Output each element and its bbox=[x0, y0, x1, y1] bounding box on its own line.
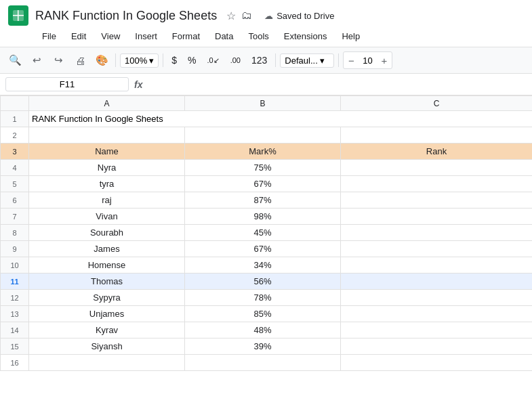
data-row: 9James67% bbox=[1, 241, 533, 257]
toolbar: 🔍 ↩ ↪ 🖨 🎨 100% ▾ $ % .0↙ .00 123 Defaul.… bbox=[0, 47, 532, 74]
dec-less-button[interactable]: .0↙ bbox=[203, 55, 224, 66]
mark-cell[interactable]: 75% bbox=[185, 160, 341, 176]
menu-file[interactable]: File bbox=[35, 28, 63, 44]
name-cell[interactable]: Kyrav bbox=[29, 322, 185, 338]
header-cell-2[interactable]: Rank bbox=[341, 144, 533, 160]
cell-reference[interactable] bbox=[5, 77, 129, 91]
empty-cell-1[interactable] bbox=[185, 127, 341, 144]
formula-input[interactable] bbox=[148, 78, 527, 91]
mark-cell[interactable]: 34% bbox=[185, 257, 341, 274]
zoom-value: 100% bbox=[125, 56, 147, 66]
name-cell[interactable]: Vivan bbox=[29, 209, 185, 225]
mark-cell[interactable]: 56% bbox=[185, 274, 341, 290]
undo-button[interactable]: ↩ bbox=[27, 51, 46, 70]
title-row: 1RANK Function In Google Sheets bbox=[1, 111, 533, 127]
name-cell[interactable]: tyra bbox=[29, 176, 185, 192]
rank-cell[interactable] bbox=[341, 160, 533, 176]
font-selector[interactable]: Defaul... ▾ bbox=[280, 53, 334, 68]
rank-cell[interactable] bbox=[341, 274, 533, 290]
name-cell[interactable]: James bbox=[29, 241, 185, 257]
header-cell-0[interactable]: Name bbox=[29, 144, 185, 160]
font-size-decrease[interactable]: − bbox=[344, 52, 359, 68]
title-bar: RANK Function In Google Sheets ☆ 🗂 ☁ Sav… bbox=[0, 0, 532, 27]
redo-button[interactable]: ↪ bbox=[49, 51, 68, 70]
col-header-c[interactable]: C bbox=[341, 96, 533, 111]
percent-button[interactable]: % bbox=[184, 53, 200, 67]
font-name: Defaul... bbox=[285, 56, 317, 66]
name-cell[interactable]: Siyansh bbox=[29, 338, 185, 355]
row-number: 5 bbox=[1, 176, 29, 192]
menu-data[interactable]: Data bbox=[208, 28, 240, 44]
empty-cell-2[interactable] bbox=[341, 127, 533, 144]
empty-cell-0[interactable] bbox=[29, 127, 185, 144]
empty-cell-0[interactable] bbox=[29, 355, 185, 371]
mark-cell[interactable]: 67% bbox=[185, 176, 341, 192]
name-cell[interactable]: Sypyra bbox=[29, 290, 185, 306]
data-row: 6raj87% bbox=[1, 192, 533, 209]
mark-cell[interactable]: 45% bbox=[185, 225, 341, 241]
mark-cell[interactable]: 39% bbox=[185, 338, 341, 355]
menu-edit[interactable]: Edit bbox=[64, 28, 93, 44]
empty-cell-1[interactable] bbox=[185, 355, 341, 371]
row-number: 11 bbox=[1, 274, 29, 290]
col-header-b[interactable]: B bbox=[185, 96, 341, 111]
row-number: 6 bbox=[1, 192, 29, 209]
currency-button[interactable]: $ bbox=[167, 53, 181, 67]
rank-cell[interactable] bbox=[341, 192, 533, 209]
print-button[interactable]: 🖨 bbox=[70, 51, 89, 70]
rank-cell[interactable] bbox=[341, 290, 533, 306]
data-row: 7Vivan98% bbox=[1, 209, 533, 225]
rank-cell[interactable] bbox=[341, 241, 533, 257]
rank-cell[interactable] bbox=[341, 225, 533, 241]
menu-help[interactable]: Help bbox=[335, 28, 367, 44]
mark-cell[interactable]: 48% bbox=[185, 322, 341, 338]
header-cell-1[interactable]: Mark% bbox=[185, 144, 341, 160]
num-format-button[interactable]: 123 bbox=[247, 53, 271, 67]
name-cell[interactable]: Homense bbox=[29, 257, 185, 274]
mark-cell[interactable]: 85% bbox=[185, 306, 341, 322]
folder-icon[interactable]: 🗂 bbox=[241, 9, 252, 22]
menu-view[interactable]: View bbox=[94, 28, 127, 44]
sheet-table: A B C 1RANK Function In Google Sheets23N… bbox=[0, 95, 532, 371]
rank-cell[interactable] bbox=[341, 176, 533, 192]
zoom-control[interactable]: 100% ▾ bbox=[120, 53, 159, 68]
fx-label: fx bbox=[134, 79, 142, 90]
menu-format[interactable]: Format bbox=[165, 28, 207, 44]
rank-cell[interactable] bbox=[341, 338, 533, 355]
dec-more-button[interactable]: .00 bbox=[226, 55, 245, 66]
data-row: 10Homense34% bbox=[1, 257, 533, 274]
name-cell[interactable]: Unjames bbox=[29, 306, 185, 322]
paint-format-button[interactable]: 🎨 bbox=[92, 51, 111, 70]
star-icon[interactable]: ☆ bbox=[226, 9, 236, 22]
spreadsheet-title-cell[interactable]: RANK Function In Google Sheets bbox=[29, 111, 533, 127]
name-cell[interactable]: raj bbox=[29, 192, 185, 209]
name-cell[interactable]: Nyra bbox=[29, 160, 185, 176]
row-number: 10 bbox=[1, 257, 29, 274]
font-size-increase[interactable]: + bbox=[377, 52, 392, 68]
search-button[interactable]: 🔍 bbox=[5, 51, 24, 70]
rank-cell[interactable] bbox=[341, 306, 533, 322]
menu-tools[interactable]: Tools bbox=[241, 28, 275, 44]
mark-cell[interactable]: 78% bbox=[185, 290, 341, 306]
row-number: 14 bbox=[1, 322, 29, 338]
empty-cell-2[interactable] bbox=[341, 355, 533, 371]
name-cell[interactable]: Sourabh bbox=[29, 225, 185, 241]
menu-insert[interactable]: Insert bbox=[128, 28, 164, 44]
font-size-control: − 10 + bbox=[343, 51, 392, 69]
col-header-a[interactable]: A bbox=[29, 96, 185, 111]
row-number: 7 bbox=[1, 209, 29, 225]
header-row: 3NameMark%Rank bbox=[1, 144, 533, 160]
doc-title: RANK Function In Google Sheets bbox=[35, 9, 217, 23]
mark-cell[interactable]: 98% bbox=[185, 209, 341, 225]
row-number: 12 bbox=[1, 290, 29, 306]
menu-extensions[interactable]: Extensions bbox=[277, 28, 334, 44]
row-number: 1 bbox=[1, 111, 29, 127]
row-number: 15 bbox=[1, 338, 29, 355]
mark-cell[interactable]: 87% bbox=[185, 192, 341, 209]
mark-cell[interactable]: 67% bbox=[185, 241, 341, 257]
rank-cell[interactable] bbox=[341, 257, 533, 274]
name-cell[interactable]: Thomas bbox=[29, 274, 185, 290]
saved-label: Saved to Drive bbox=[277, 11, 334, 21]
rank-cell[interactable] bbox=[341, 209, 533, 225]
rank-cell[interactable] bbox=[341, 322, 533, 338]
